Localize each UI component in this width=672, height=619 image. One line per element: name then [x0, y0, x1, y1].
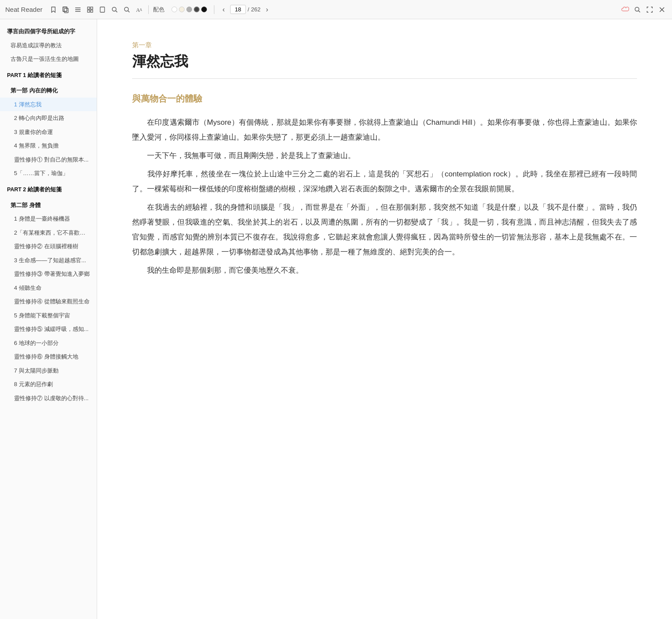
sidebar-item-s1: 導言由四個字母所組成的字	[0, 23, 97, 39]
svg-point-10	[112, 7, 116, 11]
paragraph-5: 我的生命即是那個剎那，而它優美地歷久不衰。	[132, 263, 637, 278]
bookmark-icon[interactable]	[49, 5, 58, 14]
search-text-icon[interactable]	[122, 5, 132, 14]
svg-point-16	[635, 7, 639, 11]
separator-1	[148, 5, 149, 14]
sidebar-item-s27[interactable]: 靈性修持⑦ 以虔敬的心對待...	[0, 391, 97, 405]
paragraph-2: 一天下午，我無事可做，而且剛剛失戀，於是我上了查蒙迪山。	[132, 148, 637, 163]
svg-line-11	[116, 11, 118, 12]
app-title: Neat Reader	[5, 6, 42, 13]
content-paragraphs: 在印度邁索爾市（Mysore）有個傳統，那就是如果你有事要辦，你就得上查蒙迪山（…	[132, 115, 637, 278]
sidebar-item-s12: PART 2 給讀者的短箋	[0, 180, 97, 197]
color-options	[172, 7, 207, 12]
svg-text:A: A	[140, 8, 142, 12]
chapter-label: 第一章	[132, 41, 637, 49]
page-navigation: ‹ 18 / 262 ›	[219, 5, 272, 14]
fullscreen-icon[interactable]	[645, 5, 654, 14]
sidebar-item-s4: PART 1 給讀者的短箋	[0, 66, 97, 82]
svg-rect-1	[63, 7, 67, 11]
sidebar-item-s6[interactable]: 1 渾然忘我	[0, 98, 97, 112]
sidebar-item-s18[interactable]: 靈性修持③ 帶著覺知進入夢鄉	[0, 267, 97, 281]
color-white[interactable]	[172, 7, 177, 12]
grid-icon[interactable]	[85, 5, 95, 14]
paragraph-3: 我停好摩托車，然後坐在一塊位於上山途中三分之二處的岩石上，這是我的「冥想石」（c…	[132, 167, 637, 197]
sidebar-item-s23[interactable]: 6 地球的一小部分	[0, 336, 97, 350]
next-page-button[interactable]: ›	[262, 5, 272, 14]
svg-rect-0	[64, 8, 68, 13]
sidebar-item-s21[interactable]: 5 身體能下載整個宇宙	[0, 309, 97, 323]
sidebar-item-s16[interactable]: 靈性修持② 在頭腦裡種樹	[0, 239, 97, 253]
svg-line-13	[128, 11, 130, 12]
sidebar-item-s13: 第二部 身體	[0, 197, 97, 212]
sidebar-item-s10[interactable]: 靈性修持① 對自己的無限本...	[0, 153, 97, 167]
menu-icon[interactable]	[73, 5, 83, 14]
svg-rect-9	[100, 7, 105, 12]
sidebar: 導言由四個字母所組成的字容易造成誤導的教法古魯只是一張活生生的地圖PART 1 …	[0, 19, 97, 619]
sidebar-item-s19[interactable]: 4 傾聽生命	[0, 281, 97, 295]
sidebar-item-s24[interactable]: 靈性修持⑥ 身體接觸大地	[0, 350, 97, 364]
toolbar: Neat Reader AA 配色 ‹ 18	[0, 0, 672, 19]
svg-rect-5	[88, 7, 90, 9]
chapter-title: 渾然忘我	[132, 52, 637, 71]
section-heading: 與萬物合一的體驗	[132, 93, 637, 105]
color-label: 配色	[153, 6, 164, 14]
page-separator: /	[248, 6, 249, 13]
svg-point-12	[125, 7, 129, 11]
svg-rect-7	[88, 10, 90, 12]
sidebar-item-s25[interactable]: 7 與太陽同步脈動	[0, 364, 97, 378]
search-right-icon[interactable]	[633, 5, 642, 14]
font-size-icon[interactable]: AA	[134, 5, 144, 14]
sidebar-item-s20[interactable]: 靈性修持④ 從體驗來觀照生命	[0, 295, 97, 309]
page-input[interactable]: 18	[230, 5, 246, 14]
color-dark[interactable]	[194, 7, 200, 12]
sidebar-item-s14[interactable]: 1 身體是一臺終極機器	[0, 212, 97, 226]
prev-page-button[interactable]: ‹	[219, 5, 228, 14]
sidebar-item-s11[interactable]: 5「……當下，瑜伽」	[0, 166, 97, 180]
svg-rect-8	[91, 10, 93, 12]
svg-line-17	[639, 11, 640, 12]
chapter-divider	[132, 78, 637, 79]
svg-rect-6	[91, 7, 93, 9]
sidebar-item-s17[interactable]: 3 生命感——了知超越感官...	[0, 253, 97, 267]
sidebar-item-s9[interactable]: 4 無界限，無負擔	[0, 139, 97, 153]
sidebar-item-s3[interactable]: 古魯只是一張活生生的地圖	[0, 52, 97, 66]
copy-icon[interactable]	[61, 5, 70, 14]
search-icon[interactable]	[110, 5, 119, 14]
sidebar-item-s5: 第一部 內在的轉化	[0, 82, 97, 98]
sidebar-item-s26[interactable]: 8 元素的惡作劇	[0, 377, 97, 391]
color-cream[interactable]	[179, 7, 185, 12]
page-total: 262	[251, 6, 261, 13]
sidebar-item-s2[interactable]: 容易造成誤導的教法	[0, 39, 97, 53]
paragraph-1: 在印度邁索爾市（Mysore）有個傳統，那就是如果你有事要辦，你就得上查蒙迪山（…	[132, 115, 637, 145]
color-black[interactable]	[201, 7, 207, 12]
sidebar-item-s7[interactable]: 2 轉心向內即是出路	[0, 111, 97, 125]
sidebar-item-s15[interactable]: 2「有某種東西，它不喜歡…	[0, 226, 97, 240]
close-icon[interactable]	[657, 5, 667, 14]
content-area: 第一章 渾然忘我 與萬物合一的體驗 在印度邁索爾市（Mysore）有個傳統，那就…	[97, 19, 672, 619]
color-gray[interactable]	[186, 7, 192, 12]
sidebar-item-s8[interactable]: 3 規畫你的命運	[0, 125, 97, 139]
cloud-icon[interactable]	[620, 5, 630, 14]
main-area: 導言由四個字母所組成的字容易造成誤導的教法古魯只是一張活生生的地圖PART 1 …	[0, 19, 672, 619]
single-page-icon[interactable]	[98, 5, 107, 14]
separator-2	[214, 5, 214, 14]
sidebar-item-s22[interactable]: 靈性修持⑤ 減緩呼吸，感知...	[0, 322, 97, 336]
paragraph-4: 在我過去的經驗裡，我的身體和頭腦是「我」，而世界是在「外面」，但在那個剎那，我突…	[132, 200, 637, 260]
